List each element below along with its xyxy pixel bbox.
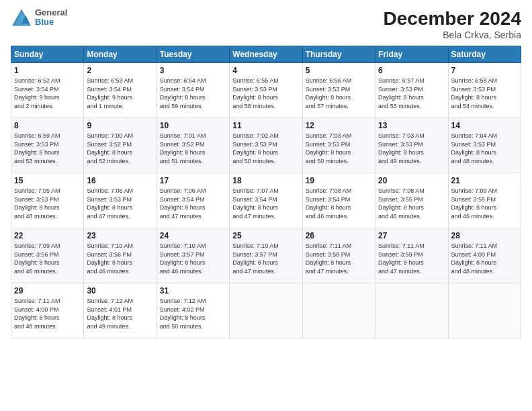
day-info: Sunrise: 6:54 AMSunset: 3:54 PMDaylight:…	[160, 77, 226, 110]
calendar-title: December 2024	[384, 8, 521, 30]
table-row	[302, 283, 375, 338]
day-info: Sunrise: 7:11 AMSunset: 4:00 PMDaylight:…	[451, 242, 518, 275]
day-info: Sunrise: 6:55 AMSunset: 3:53 PMDaylight:…	[232, 77, 299, 110]
col-tuesday: Tuesday	[157, 46, 229, 63]
col-friday: Friday	[375, 46, 448, 63]
table-row: 15Sunrise: 7:05 AMSunset: 3:53 PMDayligh…	[11, 173, 84, 228]
logo-line2: Blue	[35, 17, 67, 27]
day-number: 3	[160, 66, 226, 75]
day-number: 10	[160, 121, 226, 130]
day-number: 11	[232, 121, 299, 130]
day-number: 29	[14, 286, 81, 295]
table-row: 31Sunrise: 7:12 AMSunset: 4:02 PMDayligh…	[157, 283, 229, 338]
day-number: 22	[14, 231, 81, 240]
table-row: 20Sunrise: 7:08 AMSunset: 3:55 PMDayligh…	[375, 173, 448, 228]
table-row: 1Sunrise: 6:52 AMSunset: 3:54 PMDaylight…	[11, 63, 84, 118]
day-info: Sunrise: 7:05 AMSunset: 3:53 PMDaylight:…	[14, 187, 81, 220]
day-number: 20	[378, 176, 445, 185]
day-number: 1	[14, 66, 81, 75]
day-number: 19	[306, 176, 372, 185]
day-info: Sunrise: 7:04 AMSunset: 3:53 PMDaylight:…	[451, 132, 518, 165]
day-info: Sunrise: 7:12 AMSunset: 4:01 PMDaylight:…	[87, 297, 153, 330]
logo: General Blue	[11, 8, 67, 28]
table-row: 4Sunrise: 6:55 AMSunset: 3:53 PMDaylight…	[230, 63, 302, 118]
day-info: Sunrise: 6:58 AMSunset: 3:53 PMDaylight:…	[451, 77, 518, 110]
calendar-table: Sunday Monday Tuesday Wednesday Thursday…	[11, 46, 521, 338]
table-row: 19Sunrise: 7:08 AMSunset: 3:54 PMDayligh…	[302, 173, 375, 228]
day-number: 8	[14, 121, 81, 130]
day-info: Sunrise: 7:03 AMSunset: 3:53 PMDaylight:…	[306, 132, 372, 165]
table-row: 30Sunrise: 7:12 AMSunset: 4:01 PMDayligh…	[84, 283, 157, 338]
day-number: 17	[160, 176, 226, 185]
day-info: Sunrise: 7:02 AMSunset: 3:53 PMDaylight:…	[232, 132, 299, 165]
table-row: 11Sunrise: 7:02 AMSunset: 3:53 PMDayligh…	[230, 118, 302, 173]
day-number: 6	[378, 66, 445, 75]
col-monday: Monday	[84, 46, 157, 63]
day-info: Sunrise: 7:10 AMSunset: 3:57 PMDaylight:…	[160, 242, 226, 275]
col-saturday: Saturday	[448, 46, 521, 63]
table-row: 2Sunrise: 6:53 AMSunset: 3:54 PMDaylight…	[84, 63, 157, 118]
day-info: Sunrise: 7:11 AMSunset: 3:58 PMDaylight:…	[306, 242, 372, 275]
day-number: 23	[87, 231, 153, 240]
table-row: 10Sunrise: 7:01 AMSunset: 3:52 PMDayligh…	[157, 118, 229, 173]
col-wednesday: Wednesday	[230, 46, 302, 63]
day-info: Sunrise: 7:11 AMSunset: 4:00 PMDaylight:…	[14, 297, 81, 330]
table-row: 12Sunrise: 7:03 AMSunset: 3:53 PMDayligh…	[302, 118, 375, 173]
day-info: Sunrise: 7:08 AMSunset: 3:55 PMDaylight:…	[378, 187, 445, 220]
day-number: 16	[87, 176, 153, 185]
table-row: 26Sunrise: 7:11 AMSunset: 3:58 PMDayligh…	[302, 228, 375, 283]
calendar-subtitle: Bela Crkva, Serbia	[384, 30, 521, 40]
day-number: 26	[306, 231, 372, 240]
table-row: 21Sunrise: 7:09 AMSunset: 3:55 PMDayligh…	[448, 173, 521, 228]
table-row: 23Sunrise: 7:10 AMSunset: 3:56 PMDayligh…	[84, 228, 157, 283]
table-row: 3Sunrise: 6:54 AMSunset: 3:54 PMDaylight…	[157, 63, 229, 118]
col-sunday: Sunday	[11, 46, 84, 63]
day-info: Sunrise: 7:11 AMSunset: 3:59 PMDaylight:…	[378, 242, 445, 275]
day-number: 13	[378, 121, 445, 130]
table-row: 7Sunrise: 6:58 AMSunset: 3:53 PMDaylight…	[448, 63, 521, 118]
weekday-header-row: Sunday Monday Tuesday Wednesday Thursday…	[11, 46, 521, 63]
day-number: 15	[14, 176, 81, 185]
day-info: Sunrise: 7:09 AMSunset: 3:56 PMDaylight:…	[14, 242, 81, 275]
day-info: Sunrise: 7:06 AMSunset: 3:53 PMDaylight:…	[87, 187, 153, 220]
day-number: 31	[160, 286, 226, 295]
day-info: Sunrise: 7:12 AMSunset: 4:02 PMDaylight:…	[160, 297, 226, 330]
day-info: Sunrise: 7:01 AMSunset: 3:52 PMDaylight:…	[160, 132, 226, 165]
table-row: 17Sunrise: 7:06 AMSunset: 3:54 PMDayligh…	[157, 173, 229, 228]
day-number: 5	[306, 66, 372, 75]
table-row: 8Sunrise: 6:59 AMSunset: 3:53 PMDaylight…	[11, 118, 84, 173]
day-number: 2	[87, 66, 153, 75]
day-number: 18	[232, 176, 299, 185]
day-info: Sunrise: 7:08 AMSunset: 3:54 PMDaylight:…	[306, 187, 372, 220]
table-row: 28Sunrise: 7:11 AMSunset: 4:00 PMDayligh…	[448, 228, 521, 283]
header: General Blue December 2024 Bela Crkva, S…	[11, 8, 521, 40]
day-info: Sunrise: 7:10 AMSunset: 3:57 PMDaylight:…	[232, 242, 299, 275]
day-number: 14	[451, 121, 518, 130]
day-info: Sunrise: 6:53 AMSunset: 3:54 PMDaylight:…	[87, 77, 153, 110]
day-number: 30	[87, 286, 153, 295]
day-info: Sunrise: 7:07 AMSunset: 3:54 PMDaylight:…	[232, 187, 299, 220]
day-number: 28	[451, 231, 518, 240]
day-info: Sunrise: 7:09 AMSunset: 3:55 PMDaylight:…	[451, 187, 518, 220]
day-number: 12	[306, 121, 372, 130]
day-info: Sunrise: 7:06 AMSunset: 3:54 PMDaylight:…	[160, 187, 226, 220]
table-row: 29Sunrise: 7:11 AMSunset: 4:00 PMDayligh…	[11, 283, 84, 338]
day-info: Sunrise: 6:59 AMSunset: 3:53 PMDaylight:…	[14, 132, 81, 165]
table-row: 5Sunrise: 6:56 AMSunset: 3:53 PMDaylight…	[302, 63, 375, 118]
table-row	[375, 283, 448, 338]
day-info: Sunrise: 7:00 AMSunset: 3:52 PMDaylight:…	[87, 132, 153, 165]
logo-line1: General	[35, 8, 67, 17]
table-row: 24Sunrise: 7:10 AMSunset: 3:57 PMDayligh…	[157, 228, 229, 283]
day-info: Sunrise: 7:03 AMSunset: 3:53 PMDaylight:…	[378, 132, 445, 165]
table-row: 9Sunrise: 7:00 AMSunset: 3:52 PMDaylight…	[84, 118, 157, 173]
table-row: 22Sunrise: 7:09 AMSunset: 3:56 PMDayligh…	[11, 228, 84, 283]
day-number: 4	[232, 66, 299, 75]
table-row	[230, 283, 302, 338]
table-row: 18Sunrise: 7:07 AMSunset: 3:54 PMDayligh…	[230, 173, 302, 228]
day-number: 27	[378, 231, 445, 240]
page: General Blue December 2024 Bela Crkva, S…	[0, 0, 532, 411]
day-number: 24	[160, 231, 226, 240]
table-row: 6Sunrise: 6:57 AMSunset: 3:53 PMDaylight…	[375, 63, 448, 118]
day-info: Sunrise: 6:56 AMSunset: 3:53 PMDaylight:…	[306, 77, 372, 110]
table-row: 25Sunrise: 7:10 AMSunset: 3:57 PMDayligh…	[230, 228, 302, 283]
